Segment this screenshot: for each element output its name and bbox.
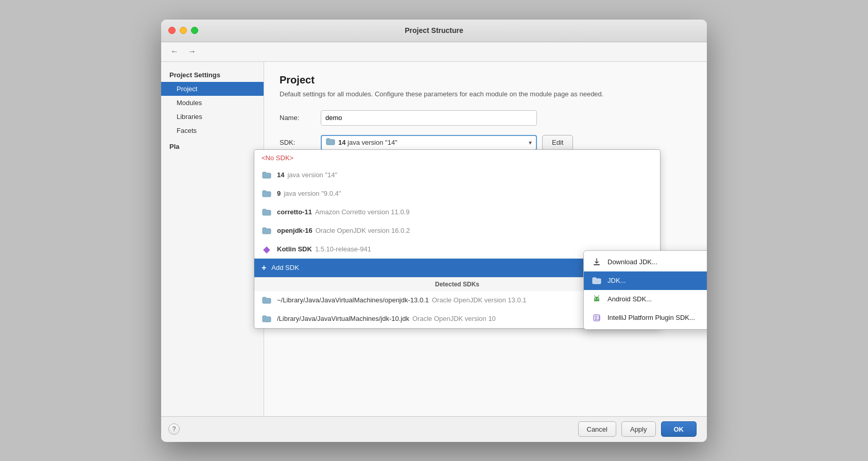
sdk-9-desc: java version "9.0.4" [284, 190, 341, 197]
sdk-kotlin-desc: 1.5.10-release-941 [315, 245, 371, 253]
sdk-folder-detected-2 [262, 314, 272, 324]
sidebar-item-facets[interactable]: Facets [161, 124, 264, 138]
sdk-14-desc: java version "14" [287, 171, 337, 179]
sdk-folder-detected-1 [262, 295, 272, 305]
download-jdk-icon [591, 257, 602, 268]
sdk-14-name: 14 [277, 171, 284, 179]
svg-text:IJ: IJ [595, 316, 600, 321]
sidebar-item-libraries[interactable]: Libraries [161, 110, 264, 124]
sdk-detected-1-desc: Oracle OpenJDK version 13.0.1 [432, 296, 527, 304]
sdk-kotlin-icon: ◆ [262, 244, 272, 254]
sdk-option-corretto[interactable]: corretto-11 Amazon Corretto version 11.0… [254, 203, 660, 221]
window-title: Project Structure [405, 26, 463, 35]
svg-point-1 [595, 298, 596, 299]
help-button[interactable]: ? [168, 423, 180, 435]
sdk-no-sdk-option[interactable]: <No SDK> [254, 150, 660, 166]
context-item-intellij-sdk[interactable]: IJ IntelliJ Platform Plugin SDK... [584, 309, 707, 327]
sdk-option-9[interactable]: 9 java version "9.0.4" [254, 184, 660, 203]
maximize-button[interactable] [191, 27, 198, 34]
sdk-dropdown-trigger[interactable]: 14 java version "14" ▾ [321, 135, 537, 150]
sdk-option-14[interactable]: 14 java version "14" [254, 166, 660, 184]
apply-button[interactable]: Apply [621, 421, 656, 437]
sdk-label: SDK: [280, 139, 321, 146]
sdk-detected-1-path: ~/Library/Java/JavaVirtualMachines/openj… [277, 296, 429, 304]
cancel-button[interactable]: Cancel [578, 421, 616, 437]
context-download-jdk-label: Download JDK... [607, 258, 657, 266]
sdk-corretto-name: corretto-11 [277, 208, 312, 216]
sdk-folder-icon [326, 138, 335, 147]
close-button[interactable] [168, 27, 176, 34]
context-menu: Download JDK... JDK... Android SDK... [583, 250, 707, 330]
sidebar-item-project[interactable]: Project [161, 82, 264, 96]
sdk-edit-button[interactable]: Edit [542, 135, 573, 150]
jdk-icon [591, 275, 602, 286]
title-bar: Project Structure [161, 20, 707, 42]
sdk-select-text: 14 java version "14" [338, 139, 529, 146]
content-title: Project [280, 74, 691, 86]
sdk-openjdk16-desc: Oracle OpenJDK version 16.0.2 [316, 227, 410, 234]
forward-button[interactable]: → [186, 45, 198, 58]
sdk-detected-2-path: /Library/Java/JavaVirtualMachines/jdk-10… [277, 315, 409, 322]
context-jdk-label: JDK... [607, 277, 626, 284]
name-input[interactable] [321, 110, 537, 126]
name-row: Name: [280, 110, 691, 126]
ok-button[interactable]: OK [661, 421, 697, 437]
svg-line-3 [595, 296, 596, 297]
bottom-bar: Cancel Apply OK [161, 416, 707, 442]
context-item-download-jdk[interactable]: Download JDK... [584, 253, 707, 271]
sdk-row: SDK: 14 java version "14" ▾ Edit [280, 135, 691, 150]
svg-rect-0 [594, 264, 600, 265]
sdk-folder-icon-corretto [262, 207, 272, 217]
context-item-jdk[interactable]: JDK... [584, 271, 707, 290]
intellij-icon: IJ [591, 312, 602, 323]
traffic-lights [168, 27, 198, 34]
sdk-kotlin-name: Kotlin SDK [277, 245, 312, 253]
main-window: Project Structure ← → Project Settings P… [161, 20, 707, 442]
name-label: Name: [280, 114, 321, 122]
sidebar-item-modules[interactable]: Modules [161, 96, 264, 110]
sidebar-section-title: Project Settings [161, 67, 264, 82]
sdk-folder-icon-14 [262, 170, 272, 180]
sidebar: Project Settings Project Modules Librari… [161, 62, 264, 416]
sdk-corretto-desc: Amazon Corretto version 11.0.9 [315, 208, 410, 216]
minimize-button[interactable] [180, 27, 187, 34]
content-description: Default settings for all modules. Config… [280, 90, 640, 98]
context-intellij-sdk-label: IntelliJ Platform Plugin SDK... [607, 314, 695, 321]
sdk-folder-icon-openjdk16 [262, 226, 272, 236]
back-button[interactable]: ← [168, 45, 181, 58]
android-icon [591, 294, 602, 305]
sdk-openjdk16-name: openjdk-16 [277, 227, 313, 234]
sdk-folder-icon-9 [262, 189, 272, 199]
add-sdk-label: Add SDK [271, 264, 299, 271]
sidebar-platform-label: Pla [161, 138, 264, 152]
sdk-9-name: 9 [277, 190, 281, 197]
add-sdk-plus-icon: + [262, 263, 266, 272]
sdk-dropdown-arrow-icon: ▾ [529, 139, 532, 146]
context-item-android-sdk[interactable]: Android SDK... [584, 290, 707, 309]
svg-line-4 [598, 296, 599, 297]
svg-point-2 [598, 298, 599, 299]
sdk-option-openjdk16[interactable]: openjdk-16 Oracle OpenJDK version 16.0.2 [254, 221, 660, 240]
sdk-detected-2-desc: Oracle OpenJDK version 10 [412, 315, 496, 322]
context-android-sdk-label: Android SDK... [607, 295, 652, 303]
nav-bar: ← → [161, 42, 707, 62]
